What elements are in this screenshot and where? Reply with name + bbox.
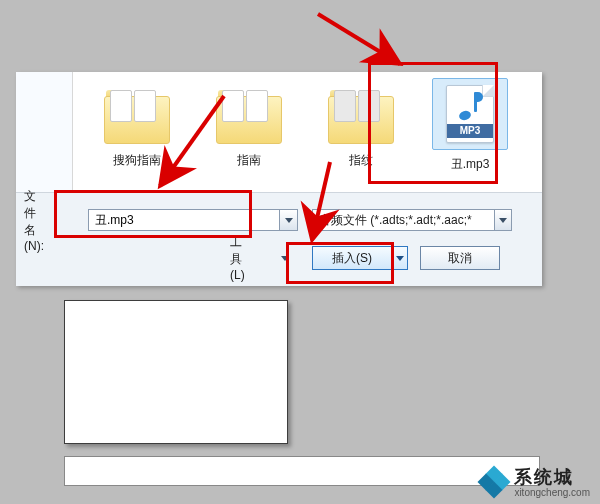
svg-line-0 xyxy=(318,14,400,64)
mp3-badge: MP3 xyxy=(447,124,493,138)
mp3-file-icon: MP3 xyxy=(446,85,494,143)
background-panel xyxy=(16,300,576,486)
insert-button[interactable]: 插入(S) xyxy=(312,246,408,270)
dialog-form-area: 文件名(N): 音频文件 (*.adts;*.adt;*.aac;* 工具(L)… xyxy=(16,192,542,286)
folder-label: 指南 xyxy=(199,152,299,169)
tools-label: 工具(L) xyxy=(230,234,245,282)
selection-highlight: MP3 xyxy=(432,78,508,150)
folder-item[interactable]: 指南 xyxy=(199,88,299,169)
filter-text: 音频文件 (*.adts;*.adt;*.aac;* xyxy=(319,212,472,229)
file-label: 丑.mp3 xyxy=(425,156,515,173)
preview-box xyxy=(64,300,288,444)
file-open-dialog: 搜狗指南 指南 指纹 xyxy=(16,72,542,286)
folder-label: 指纹 xyxy=(311,152,411,169)
chevron-down-icon xyxy=(281,256,289,261)
folder-item[interactable]: 指纹 xyxy=(311,88,411,169)
folder-icon xyxy=(104,88,170,144)
folder-icon xyxy=(328,88,394,144)
watermark: 系统城 xitongcheng.com xyxy=(480,465,590,498)
chevron-down-icon xyxy=(396,256,404,261)
watermark-title: 系统城 xyxy=(514,465,590,489)
watermark-url: xitongcheng.com xyxy=(514,487,590,498)
chevron-down-icon xyxy=(285,218,293,223)
filter-dropdown-button[interactable] xyxy=(494,210,511,230)
cancel-button-label: 取消 xyxy=(448,250,472,267)
insert-button-label: 插入(S) xyxy=(332,250,372,267)
folder-icon xyxy=(216,88,282,144)
tools-dropdown-button[interactable] xyxy=(276,247,294,269)
insert-split-button[interactable] xyxy=(391,247,407,269)
folder-label: 搜狗指南 xyxy=(87,152,187,169)
file-listing[interactable]: 搜狗指南 指南 指纹 xyxy=(72,72,542,192)
chevron-down-icon xyxy=(499,218,507,223)
filename-label: 文件名(N): xyxy=(24,188,44,253)
file-item-mp3[interactable]: MP3 丑.mp3 xyxy=(425,78,515,173)
file-type-filter[interactable]: 音频文件 (*.adts;*.adt;*.aac;* xyxy=(312,209,512,231)
filename-dropdown-button[interactable] xyxy=(280,209,298,231)
filename-input[interactable] xyxy=(88,209,280,231)
bottom-strip xyxy=(64,456,540,486)
folder-item[interactable]: 搜狗指南 xyxy=(87,88,187,169)
places-bar[interactable] xyxy=(16,72,72,192)
cancel-button[interactable]: 取消 xyxy=(420,246,500,270)
watermark-logo-icon xyxy=(480,468,508,496)
